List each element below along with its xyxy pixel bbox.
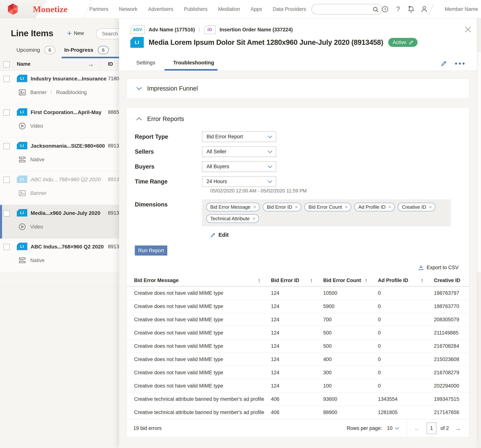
row-checkbox[interactable]: [3, 143, 10, 149]
sort-asc-icon[interactable]: ↑: [258, 277, 261, 284]
table-row[interactable]: Creative does not have valid MIME type12…: [127, 326, 469, 340]
table-row[interactable]: Creative does not have valid MIME type12…: [127, 313, 469, 326]
sort-asc-icon[interactable]: ↑: [310, 277, 313, 284]
remove-chip-icon[interactable]: ×: [295, 205, 298, 209]
history-clock-icon[interactable]: [381, 5, 389, 13]
sort-asc-icon[interactable]: ↑: [421, 277, 424, 284]
breadcrumb-advertiser[interactable]: Adv Name (177516): [149, 27, 195, 33]
edit-dimensions-button[interactable]: Edit: [210, 232, 234, 238]
active-tab-underline: [62, 57, 119, 58]
arrow-right-icon[interactable]: →: [87, 60, 94, 68]
row-checkbox[interactable]: [3, 244, 10, 250]
tab-in-progress-label: In-Progress: [64, 47, 93, 53]
export-to-csv-button[interactable]: Export to CSV: [127, 255, 469, 273]
notifications-bell-icon[interactable]: [407, 5, 415, 13]
nav-item-advertisers[interactable]: Advertisers: [148, 6, 173, 12]
tab-troubleshooting[interactable]: Troubleshooting: [173, 60, 214, 66]
nav-item-publishers[interactable]: Publishers: [184, 6, 207, 12]
buyers-row: Buyers All Buyers: [135, 161, 469, 172]
global-search-input[interactable]: [316, 5, 372, 13]
nav-item-apps[interactable]: Apps: [251, 6, 262, 12]
table-row[interactable]: Creative does not have valid MIME type12…: [127, 340, 469, 353]
nav-item-mediation[interactable]: Mediation: [218, 6, 240, 12]
dimension-chip[interactable]: Ad Profile ID ×: [354, 203, 395, 211]
sellers-select[interactable]: All Seller: [202, 146, 276, 157]
nav-item-partners[interactable]: Partners: [89, 6, 108, 12]
table-row[interactable]: Creative does not have valid MIME type12…: [127, 300, 469, 313]
tab-in-progress[interactable]: In-Progress 6: [64, 46, 109, 54]
remove-chip-icon[interactable]: ×: [388, 205, 391, 209]
tab-upcoming[interactable]: Upcoming 6: [16, 46, 55, 54]
video-icon: [18, 223, 26, 231]
nav-item-data-providers[interactable]: Data Providers: [273, 6, 306, 12]
chevron-down-icon: [268, 150, 272, 153]
line-item-name: Industry Insurance...Insurance: [31, 76, 106, 82]
native-icon: [18, 256, 26, 264]
more-options-icon[interactable]: [455, 63, 465, 65]
page-title: Line Items: [11, 28, 53, 38]
table-row[interactable]: Creative technical attribute banned by m…: [127, 393, 469, 406]
edit-pencil-icon[interactable]: [441, 60, 447, 67]
status-badge[interactable]: Active: [388, 38, 418, 47]
plus-icon: +: [67, 30, 72, 37]
table-row[interactable]: Creative does not have valid MIME type12…: [127, 379, 469, 393]
tab-upcoming-label: Upcoming: [16, 47, 40, 53]
li-badge: LI: [17, 108, 27, 116]
next-page-icon[interactable]: →: [454, 425, 461, 432]
help-icon[interactable]: ?: [394, 5, 402, 13]
member-name[interactable]: Member Name: [445, 0, 478, 18]
new-line-item-button[interactable]: + New: [67, 30, 84, 37]
line-item-row[interactable]: LI ABC Indus...768×960 Q2 2020 Native 89…: [0, 239, 119, 272]
table-row[interactable]: Creative does not have valid MIME type12…: [127, 287, 469, 300]
error-reports-header[interactable]: Error Reports: [127, 107, 469, 129]
impression-funnel-header[interactable]: Impression Funnel: [127, 79, 469, 98]
row-checkbox[interactable]: [3, 76, 10, 82]
line-item-row[interactable]: LI Jacksonmania...SIZE:980×600 Native 89…: [0, 138, 119, 171]
dimension-chip[interactable]: Technical Attribute ×: [206, 214, 259, 223]
row-checkbox[interactable]: [3, 109, 10, 116]
date-range-note: 05/02/2020 12:00 AM - 05/02/2020 11:59 P…: [202, 188, 469, 194]
page-number-input[interactable]: [427, 422, 436, 434]
line-item-row[interactable]: LI First Corporation...April-May Video 8…: [0, 104, 119, 138]
line-item-id: 8865: [108, 109, 119, 115]
line-item-row[interactable]: LI Industry Insurance...Insurance Banner…: [0, 71, 119, 104]
col-bid-error-message: Bid Error Message: [134, 277, 179, 283]
table-row[interactable]: Creative technical attribute banned by m…: [127, 406, 469, 419]
run-report-button[interactable]: Run Report: [135, 246, 167, 255]
sort-asc-icon[interactable]: ↑: [365, 277, 368, 284]
buyers-select[interactable]: All Buyers: [202, 161, 276, 172]
remove-chip-icon[interactable]: ×: [345, 205, 348, 209]
row-checkbox[interactable]: [3, 210, 10, 217]
time-range-select[interactable]: 24 Hours: [202, 176, 276, 187]
report-type-select[interactable]: Bid Error Report: [202, 131, 276, 142]
monetize-logo-icon[interactable]: [7, 3, 19, 16]
close-icon[interactable]: [464, 25, 472, 34]
previous-page-icon[interactable]: ←: [414, 425, 420, 432]
table-row[interactable]: Creative does not have valid MIME type12…: [127, 366, 469, 379]
account-person-icon[interactable]: [420, 5, 428, 13]
search-icon[interactable]: [372, 6, 379, 14]
dimension-chip[interactable]: Creative ID ×: [398, 203, 436, 211]
dimensions-row: Dimensions Bid Error Message × Bid Error…: [135, 199, 469, 226]
breadcrumb-insertion-order[interactable]: Insertion Order Name (337224): [220, 27, 293, 33]
line-item-row-selected[interactable]: LI Media...x960 June-July 2020 Video 891…: [0, 205, 119, 239]
remove-chip-icon[interactable]: ×: [253, 205, 256, 209]
select-all-checkbox[interactable]: [3, 61, 10, 67]
video-icon: [18, 122, 26, 130]
brand-name[interactable]: Monetize: [33, 4, 68, 14]
rows-per-page-select[interactable]: 10: [387, 426, 399, 431]
line-item-title-row: LI Media Lorem Ipsum Dolor Sit Amet 1280…: [130, 37, 418, 48]
chevron-down-icon: [395, 427, 399, 430]
row-checkbox[interactable]: [3, 177, 10, 183]
table-row[interactable]: Creative does not have valid MIME type12…: [127, 353, 469, 366]
dimension-chip[interactable]: Bid Error Message ×: [206, 203, 260, 211]
remove-chip-icon[interactable]: ×: [252, 216, 256, 221]
dimension-chip[interactable]: Bid Error ID ×: [263, 203, 301, 211]
dimensions-label: Dimensions: [135, 199, 202, 208]
report-type-row: Report Type Bid Error Report: [135, 131, 469, 142]
line-item-row[interactable]: LI ABC Indu... 768×960 Q2 2020 Banner 89…: [0, 171, 119, 205]
nav-item-network[interactable]: Network: [119, 6, 137, 12]
tab-settings[interactable]: Settings: [136, 60, 155, 66]
dimension-chip[interactable]: Bid Error Count ×: [304, 203, 351, 211]
remove-chip-icon[interactable]: ×: [429, 205, 432, 209]
